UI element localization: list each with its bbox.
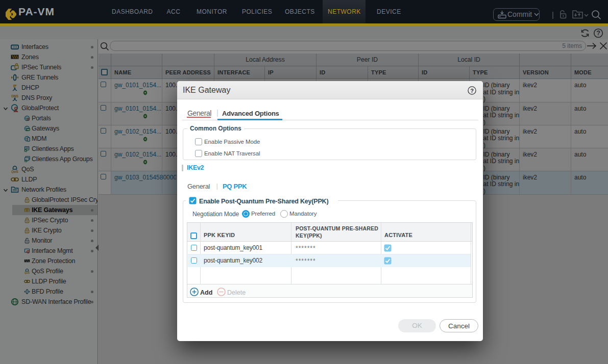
svg-text:?: ?	[470, 88, 474, 94]
